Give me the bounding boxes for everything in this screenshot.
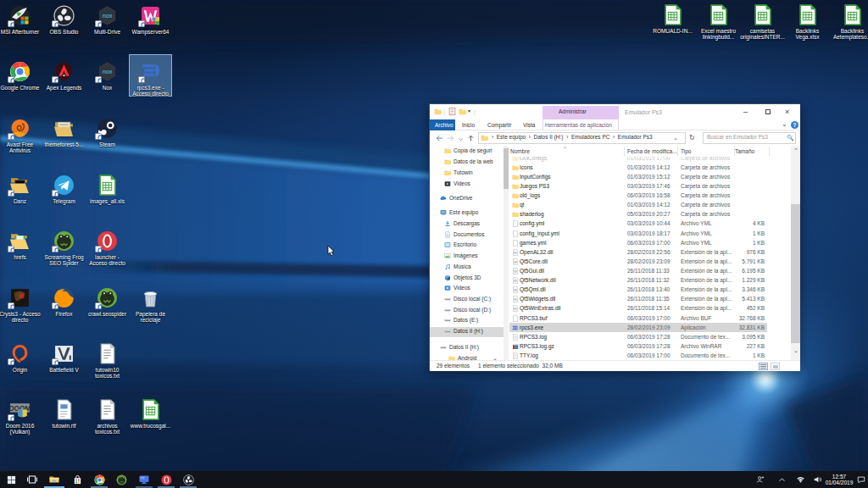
svg-text:nox: nox — [103, 12, 113, 19]
svg-text:nox: nox — [103, 68, 113, 75]
